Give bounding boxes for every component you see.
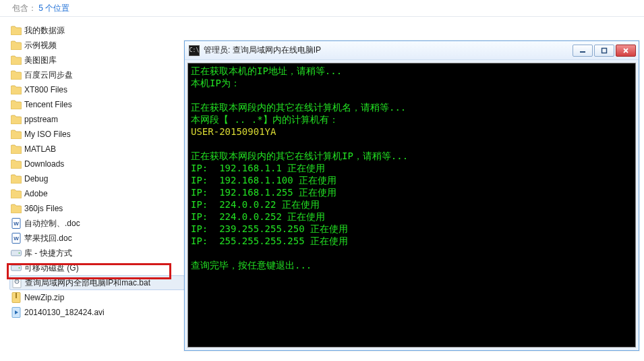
doc-icon: W: [11, 218, 22, 229]
video-icon: [11, 307, 22, 318]
console-line: USER-20150901YA: [191, 126, 633, 138]
file-item-folder[interactable]: 示例视频: [9, 38, 185, 53]
file-label: 自动控制、.doc: [24, 218, 80, 229]
file-item-folder[interactable]: 美图图库: [9, 53, 185, 67]
folder-icon: [11, 114, 22, 125]
file-label: ppstream: [24, 115, 58, 124]
file-label: 查询局域网内全部电脑IP和mac.bat: [25, 277, 150, 289]
doc-icon: W: [11, 233, 22, 244]
location-count[interactable]: 5 个位置: [38, 3, 69, 13]
console-line: 正在获取本机的IP地址，请稍等...: [191, 65, 633, 77]
folder-icon: [11, 70, 22, 80]
divider: [0, 16, 644, 17]
console-line: IP: 224.0.0.252 正在使用: [191, 211, 633, 223]
file-item-drive[interactable]: 库 - 快捷方式: [9, 246, 185, 260]
drive-icon: [11, 262, 22, 273]
file-item-folder[interactable]: MATLAB: [9, 142, 185, 157]
bat-icon: [11, 277, 22, 288]
folder-icon: [11, 55, 22, 65]
console-titlebar[interactable]: C:\ 管理员: 查询局域网内在线电脑IP: [185, 41, 639, 60]
file-label: 库 - 快捷方式: [24, 248, 72, 259]
file-label: 百度云同步盘: [24, 70, 73, 81]
svg-point-5: [19, 252, 20, 254]
file-label: Debug: [24, 174, 48, 184]
svg-point-7: [19, 267, 20, 269]
console-line: [191, 247, 633, 259]
folder-icon: [11, 129, 22, 140]
folder-icon: [11, 99, 22, 110]
console-line: IP: 239.255.255.250 正在使用: [191, 223, 633, 235]
location-prefix: 包含：: [12, 3, 36, 13]
window-buttons: [573, 45, 636, 57]
file-item-folder[interactable]: My ISO Files: [9, 127, 185, 142]
file-label: NewZip.zip: [24, 293, 64, 302]
console-line: IP: 192.168.1.1 正在使用: [191, 162, 633, 174]
folder-icon: [11, 173, 22, 184]
file-label: 360js Files: [24, 204, 63, 213]
drive-icon: [11, 248, 22, 258]
console-line: 正在获取本网段内的其它在线计算机IP，请稍等...: [191, 150, 633, 162]
file-item-folder[interactable]: 360js Files: [9, 201, 185, 216]
folder-icon: [11, 144, 22, 155]
file-label: 我的数据源: [24, 25, 65, 36]
file-item-folder[interactable]: 百度云同步盘: [9, 67, 185, 82]
console-line: [191, 138, 633, 150]
file-item-zip[interactable]: NewZip.zip: [9, 290, 185, 305]
console-line: 本网段【 .. .*】内的计算机有：: [191, 113, 633, 126]
file-item-folder[interactable]: Adobe: [9, 186, 185, 201]
file-label: 美图图库: [24, 55, 57, 66]
folder-icon: [11, 25, 22, 36]
svg-rect-15: [602, 48, 607, 53]
console-line: 查询完毕，按任意键退出...: [191, 259, 633, 271]
file-item-folder[interactable]: 我的数据源: [9, 23, 185, 38]
file-item-folder[interactable]: XT800 Files: [9, 82, 185, 97]
file-label: 苹果找回.doc: [24, 233, 72, 244]
folder-icon: [11, 188, 22, 199]
minimize-button[interactable]: [573, 45, 593, 57]
file-label: Downloads: [24, 159, 64, 169]
zip-icon: [11, 292, 22, 303]
folder-icon: [11, 84, 22, 95]
file-item-folder[interactable]: Downloads: [9, 157, 185, 171]
file-label: MATLAB: [24, 144, 56, 154]
file-label: 可移动磁盘 (G): [24, 262, 79, 274]
file-item-bat[interactable]: 查询局域网内全部电脑IP和mac.bat: [9, 275, 185, 290]
close-button[interactable]: [616, 45, 636, 57]
svg-text:W: W: [13, 235, 19, 242]
console-output[interactable]: 正在获取本机的IP地址，请稍等...本机IP为： 正在获取本网段内的其它在线计算…: [187, 63, 636, 348]
file-item-video[interactable]: 20140130_182424.avi: [9, 305, 185, 320]
file-label: 20140130_182424.avi: [24, 308, 105, 317]
console-line: IP: 224.0.0.22 正在使用: [191, 198, 633, 211]
console-line: IP: 192.168.1.255 正在使用: [191, 186, 633, 198]
console-line: 正在获取本网段内的其它在线计算机名，请稍等...: [191, 101, 633, 113]
file-list: 我的数据源示例视频美图图库百度云同步盘XT800 FilesTencent Fi…: [9, 23, 185, 320]
maximize-button[interactable]: [594, 45, 614, 57]
file-label: 示例视频: [24, 40, 57, 51]
console-line: [191, 89, 633, 101]
svg-rect-11: [16, 293, 17, 298]
svg-text:W: W: [13, 221, 19, 227]
console-line: IP: 255.255.255.255 正在使用: [191, 235, 633, 247]
folder-icon: [11, 40, 22, 51]
console-line: 本机IP为：: [191, 77, 633, 89]
file-label: Adobe: [24, 189, 48, 198]
cmd-icon: C:\: [189, 45, 200, 56]
folder-icon: [11, 203, 22, 214]
console-title: 管理员: 查询局域网内在线电脑IP: [204, 45, 568, 56]
location-header: 包含： 5 个位置: [0, 0, 644, 16]
console-line: IP: 192.168.1.100 正在使用: [191, 174, 633, 186]
file-item-doc[interactable]: W自动控制、.doc: [9, 216, 185, 231]
file-item-drive[interactable]: 可移动磁盘 (G): [9, 260, 185, 275]
file-label: My ISO Files: [24, 130, 71, 139]
file-item-doc[interactable]: W苹果找回.doc: [9, 231, 185, 246]
folder-icon: [11, 159, 22, 169]
file-label: Tencent Files: [24, 100, 72, 109]
file-item-folder[interactable]: ppstream: [9, 112, 185, 127]
console-window: C:\ 管理员: 查询局域网内在线电脑IP 正在获取本机的IP地址，请稍等...…: [184, 40, 639, 351]
file-item-folder[interactable]: Tencent Files: [9, 97, 185, 112]
file-label: XT800 Files: [24, 85, 67, 94]
file-item-folder[interactable]: Debug: [9, 171, 185, 186]
